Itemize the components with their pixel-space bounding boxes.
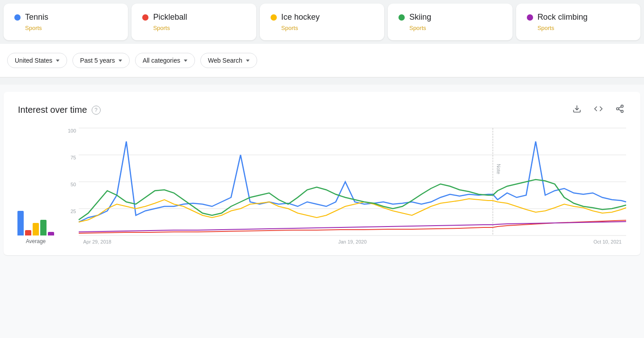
topic-dot-ice-hockey bbox=[271, 14, 277, 21]
search-type-chevron-icon bbox=[246, 60, 250, 62]
chart-title-area: Interest over time ? bbox=[18, 105, 101, 115]
chart-main: 100 75 50 25 bbox=[61, 128, 626, 244]
svg-line-5 bbox=[619, 107, 621, 108]
mini-bar-chart bbox=[17, 209, 54, 235]
location-chevron-icon bbox=[56, 60, 59, 62]
topic-dot-skiing bbox=[398, 14, 405, 21]
svg-point-1 bbox=[621, 105, 623, 107]
y-label-50: 50 bbox=[71, 182, 76, 187]
topic-type-ice-hockey: Sports bbox=[281, 25, 373, 31]
topic-card-ice-hockey[interactable]: Ice hockey Sports bbox=[260, 4, 384, 40]
topic-card-header: Ice hockey bbox=[271, 13, 373, 22]
time-filter-label: Past 5 years bbox=[80, 57, 115, 64]
share-button[interactable] bbox=[614, 103, 626, 117]
filters-bar: United States Past 5 years All categorie… bbox=[0, 44, 644, 77]
topic-name-tennis: Tennis bbox=[25, 13, 48, 22]
download-button[interactable] bbox=[571, 103, 583, 117]
x-axis-labels: Apr 29, 2018 Jan 19, 2020 Oct 10, 2021 bbox=[79, 239, 626, 244]
topic-type-tennis: Sports bbox=[25, 25, 117, 31]
svg-point-2 bbox=[617, 108, 619, 110]
chart-header: Interest over time ? bbox=[18, 103, 626, 117]
time-filter[interactable]: Past 5 years bbox=[72, 53, 130, 68]
svg-point-3 bbox=[621, 110, 623, 112]
y-label-75: 75 bbox=[71, 155, 76, 160]
mini-bar-2 bbox=[33, 223, 39, 235]
topic-name-rock-climbing: Rock climbing bbox=[538, 13, 588, 22]
location-filter-label: United States bbox=[15, 57, 52, 64]
topic-card-header: Rock climbing bbox=[527, 13, 630, 22]
category-chevron-icon bbox=[184, 60, 187, 62]
location-filter[interactable]: United States bbox=[7, 53, 67, 68]
time-chevron-icon bbox=[119, 60, 122, 62]
mini-bar-0 bbox=[17, 211, 24, 235]
chart-svg-wrapper: 100 75 50 25 bbox=[61, 128, 626, 244]
search-type-filter-label: Web Search bbox=[208, 57, 242, 64]
y-label-100: 100 bbox=[68, 128, 76, 133]
y-label-25: 25 bbox=[71, 209, 76, 214]
topic-type-pickleball: Sports bbox=[153, 25, 245, 31]
topic-name-ice-hockey: Ice hockey bbox=[281, 13, 320, 22]
average-label: Average bbox=[26, 238, 46, 244]
topic-dot-rock-climbing bbox=[527, 14, 533, 21]
topic-name-skiing: Skiing bbox=[409, 13, 431, 22]
x-label-3: Oct 10, 2021 bbox=[593, 239, 622, 244]
chart-svg: Note bbox=[79, 128, 626, 235]
mini-bar-3 bbox=[40, 220, 47, 235]
embed-button[interactable] bbox=[592, 103, 605, 117]
topic-type-rock-climbing: Sports bbox=[538, 25, 630, 31]
topic-card-skiing[interactable]: Skiing Sports bbox=[388, 4, 512, 40]
topic-dot-tennis bbox=[14, 14, 21, 21]
topic-cards-container: Tennis Sports Pickleball Sports Ice hock… bbox=[0, 0, 644, 44]
topic-card-header: Pickleball bbox=[142, 13, 245, 22]
chart-container: Average 100 75 50 25 bbox=[18, 128, 626, 244]
x-label-2: Jan 19, 2020 bbox=[338, 239, 367, 244]
topic-name-pickleball: Pickleball bbox=[153, 13, 187, 22]
mini-bar-1 bbox=[25, 230, 31, 235]
svg-line-4 bbox=[619, 109, 621, 111]
chart-title: Interest over time bbox=[18, 105, 87, 115]
mini-bar-4 bbox=[48, 232, 54, 235]
help-icon[interactable]: ? bbox=[92, 106, 101, 115]
chart-section: Interest over time ? bbox=[4, 92, 640, 255]
y-axis-labels: 100 75 50 25 bbox=[61, 128, 79, 235]
topic-card-pickleball[interactable]: Pickleball Sports bbox=[131, 4, 256, 40]
topic-card-header: Tennis bbox=[14, 13, 117, 22]
chart-left: Average bbox=[18, 209, 54, 244]
chart-actions bbox=[571, 103, 626, 117]
topic-card-tennis[interactable]: Tennis Sports bbox=[4, 4, 128, 40]
topic-card-header: Skiing bbox=[398, 13, 501, 22]
topic-type-skiing: Sports bbox=[409, 25, 501, 31]
search-type-filter[interactable]: Web Search bbox=[200, 53, 257, 68]
category-filter[interactable]: All categories bbox=[135, 53, 195, 68]
section-divider bbox=[0, 77, 644, 85]
svg-text:Note: Note bbox=[496, 164, 501, 174]
topic-dot-pickleball bbox=[142, 14, 148, 21]
topic-card-rock-climbing[interactable]: Rock climbing Sports bbox=[516, 4, 640, 40]
chart-plot-area: Note bbox=[79, 128, 626, 235]
category-filter-label: All categories bbox=[143, 57, 180, 64]
x-label-1: Apr 29, 2018 bbox=[83, 239, 111, 244]
